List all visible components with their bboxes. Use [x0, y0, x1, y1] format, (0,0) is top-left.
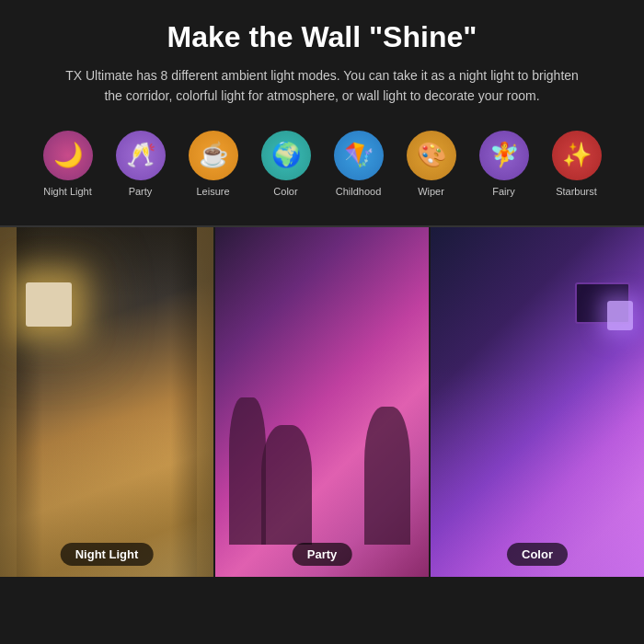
icon-item-color: 🌍Color: [255, 131, 316, 198]
icon-item-fairy: 🧚Fairy: [473, 131, 535, 198]
icon-label-starburst: Starburst: [556, 186, 597, 198]
icon-label-childhood: Childhood: [336, 186, 382, 198]
color-label: Color: [507, 543, 568, 566]
icon-circle-party: 🥂: [116, 131, 166, 180]
icon-circle-color: 🌍: [261, 131, 311, 180]
person-3: [364, 407, 410, 545]
party-label: Party: [293, 543, 352, 566]
wall-light-fixture: [26, 282, 72, 327]
icon-label-leisure: Leisure: [196, 186, 229, 198]
icon-item-starburst: ✨Starburst: [546, 131, 607, 198]
icon-label-party: Party: [129, 186, 153, 198]
page-subtitle: TX Ultimate has 8 different ambient ligh…: [64, 65, 580, 107]
icon-label-wiper: Wiper: [418, 186, 444, 198]
icon-item-childhood: 🪁Childhood: [328, 131, 389, 198]
night-light-label: Night Light: [61, 543, 154, 566]
person-2: [261, 425, 312, 545]
icon-label-night-light: Night Light: [43, 186, 92, 198]
top-section: Make the Wall "Shine" TX Ultimate has 8 …: [0, 0, 644, 225]
party-photo: Party: [215, 227, 429, 577]
icon-label-color: Color: [273, 186, 297, 198]
wall-switch: [607, 301, 633, 330]
icon-circle-leisure: ☕: [189, 131, 238, 180]
photos-row: Night Light Party Color: [0, 227, 644, 577]
icon-item-leisure: ☕Leisure: [182, 131, 244, 198]
night-light-photo: Night Light: [0, 227, 213, 577]
icon-circle-starburst: ✨: [552, 131, 602, 180]
icon-item-party: 🥂Party: [109, 131, 171, 198]
icon-circle-night-light: 🌙: [43, 131, 93, 180]
icon-item-wiper: 🎨Wiper: [400, 131, 462, 198]
icon-item-night-light: 🌙Night Light: [37, 131, 98, 198]
page-title: Make the Wall "Shine": [37, 20, 607, 54]
party-people: [215, 361, 429, 545]
icon-label-fairy: Fairy: [492, 186, 514, 198]
icons-row: 🌙Night Light🥂Party☕Leisure🌍Color🪁Childho…: [37, 123, 607, 211]
icon-circle-fairy: 🧚: [479, 131, 529, 180]
icon-circle-wiper: 🎨: [407, 131, 456, 180]
icon-circle-childhood: 🪁: [334, 131, 384, 180]
person-1: [229, 397, 266, 545]
color-photo: Color: [431, 227, 644, 577]
